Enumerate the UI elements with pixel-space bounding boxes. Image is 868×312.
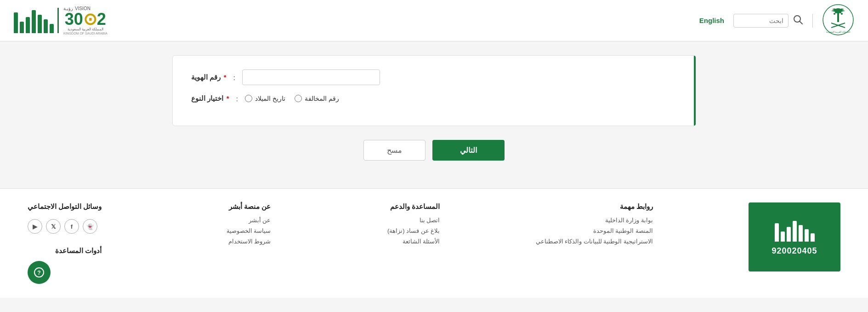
footer: 920020405 روابط مهمة بوابة وزارة الداخلي… (0, 188, 868, 298)
footer-main: 920020405 روابط مهمة بوابة وزارة الداخلي… (0, 189, 868, 298)
footer-link-faq[interactable]: الأسئلة الشائعة (366, 238, 440, 245)
footer-link-interior[interactable]: بوابة وزارة الداخلية (536, 217, 653, 224)
about-absher-title: عن منصة أبشر (197, 202, 271, 211)
id-colon: : (233, 74, 235, 81)
birth-date-label: تاريخ الميلاد (255, 95, 285, 102)
form-buttons: التالي مسح (172, 140, 696, 161)
footer-support: المساعدة والدعم اتصل بنا بلاغ عن فساد (ن… (366, 202, 440, 245)
footer-link-privacy[interactable]: سياسة الخصوصية (197, 227, 271, 234)
type-selection-row: تاريخ الميلاد رقم المخالفة : * اختيار ال… (191, 94, 677, 103)
type-label-text: اختيار النوع (191, 94, 223, 102)
svg-text:المملكة العربية السعودية: المملكة العربية السعودية (826, 30, 850, 34)
header-search (733, 14, 813, 28)
footer-link-about[interactable]: عن أبشر (197, 217, 271, 224)
tools-section: أدوات المساعدة ? (28, 247, 102, 284)
type-required-star: * (227, 94, 229, 102)
type-radio-group: تاريخ الميلاد رقم المخالفة (245, 95, 339, 102)
footer-link-national-platform[interactable]: المنصة الوطنية الموحدة (536, 227, 653, 234)
footer-absher-bars (775, 219, 815, 242)
svg-point-9 (841, 13, 843, 15)
saudi-emblem: المملكة العربية السعودية (822, 4, 854, 38)
absher-bars-logo (14, 8, 59, 33)
vision-2030-number: 2⊙30 (63, 11, 108, 28)
id-number-row: : * رقم الهوية (191, 69, 677, 85)
form-card: : * رقم الهوية تاريخ الميلاد رقم المخالف… (172, 55, 696, 126)
svg-text:?: ? (37, 270, 40, 276)
type-colon: : (236, 95, 238, 103)
footer-about-absher: عن منصة أبشر عن أبشر سياسة الخصوصية شروط… (197, 202, 271, 245)
violation-radio[interactable] (295, 95, 302, 102)
violation-number-label: رقم المخالفة (305, 95, 339, 102)
vision-2030-logo: VISION رؤيـة 2⊙30 المملكة العربية السعود… (63, 6, 108, 35)
header-right: VISION رؤيـة 2⊙30 المملكة العربية السعود… (14, 6, 108, 35)
snapchat-icon[interactable]: 👻 (83, 219, 97, 234)
social-icons-group: 👻 f 𝕏 ▶ (28, 219, 102, 234)
language-toggle[interactable]: English (699, 17, 724, 24)
search-input[interactable] (733, 14, 789, 28)
main-content: : * رقم الهوية تاريخ الميلاد رقم المخالف… (159, 55, 710, 161)
social-title: وسائل التواصل الاجتماعي (28, 202, 102, 211)
id-label: * رقم الهوية (191, 73, 227, 81)
kingdom-label: المملكة العربية السعودية (63, 28, 108, 32)
id-label-text: رقم الهوية (191, 73, 221, 81)
birth-date-radio[interactable] (245, 95, 252, 102)
help-tools-icon[interactable]: ? (28, 261, 51, 284)
svg-point-7 (835, 12, 837, 13)
footer-link-contact[interactable]: اتصل بنا (366, 217, 440, 224)
svg-point-8 (840, 12, 841, 13)
footer-link-terms[interactable]: شروط الاستخدام (197, 238, 271, 245)
next-button[interactable]: التالي (432, 140, 505, 161)
twitter-x-icon[interactable]: 𝕏 (46, 219, 61, 234)
kingdom-en-label: KINGDOM OF SAUDI ARABIA (63, 32, 108, 35)
facebook-icon[interactable]: f (64, 219, 79, 234)
footer-social-section: وسائل التواصل الاجتماعي 👻 f 𝕏 ▶ أدوات ال… (28, 202, 102, 284)
support-title: المساعدة والدعم (366, 202, 440, 211)
footer-important-links: روابط مهمة بوابة وزارة الداخلية المنصة ا… (536, 202, 653, 245)
search-icon[interactable] (793, 15, 803, 27)
footer-link-corruption[interactable]: بلاغ عن فساد (نزاهة) (366, 227, 440, 234)
id-required-star: * (224, 73, 227, 81)
footer-phone: 920020405 (772, 246, 817, 256)
footer-absher-block: 920020405 (749, 202, 840, 272)
birth-date-option[interactable]: تاريخ الميلاد (245, 95, 285, 102)
tools-title: أدوات المساعدة (28, 247, 102, 255)
svg-point-6 (834, 13, 835, 15)
youtube-icon[interactable]: ▶ (28, 219, 42, 234)
svg-line-12 (800, 21, 803, 24)
id-number-input[interactable] (242, 69, 380, 85)
clear-button[interactable]: مسح (363, 140, 425, 161)
type-label: * اختيار النوع (191, 94, 229, 103)
violation-number-option[interactable]: رقم المخالفة (295, 95, 339, 102)
footer-link-ai-strategy[interactable]: الاستراتيجية الوطنية للبيانات والذكاء ال… (536, 238, 653, 245)
important-links-title: روابط مهمة (536, 202, 653, 211)
header-left: المملكة العربية السعودية English (699, 4, 854, 38)
header: المملكة العربية السعودية English VISION … (0, 0, 868, 41)
